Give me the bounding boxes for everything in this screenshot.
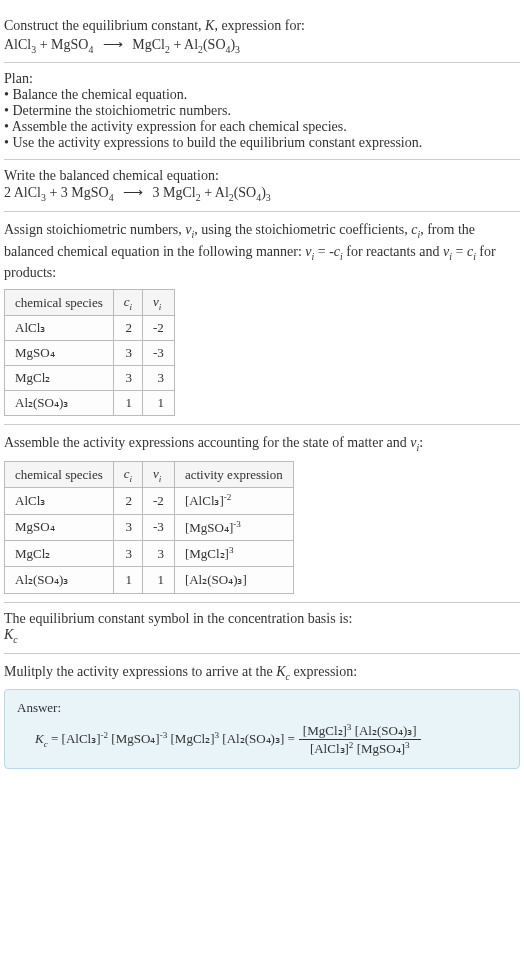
bal-p2-sub3: 3 [266,192,271,203]
balanced-title: Write the balanced chemical equation: [4,168,520,184]
table-header-row: chemical species ci νi [5,289,175,316]
plus-4: + [201,185,215,200]
prompt-text-1b: , expression for: [214,18,305,33]
K-symbol: K [205,18,214,33]
symbol-text: The equilibrium constant symbol in the c… [4,611,520,627]
plan-item: Balance the chemical equation. [4,87,520,103]
cell-species: MgCl₂ [5,541,114,567]
cell-species: AlCl₃ [5,316,114,341]
multiply-t2: expression: [290,664,357,679]
reactant-2: MgSO [51,37,88,52]
act-exp: -3 [233,519,241,529]
assign-eq1: = - [314,244,334,259]
answer-label: Answer: [17,700,507,716]
balanced-equation: 2 AlCl3 + 3 MgSO4 ⟶ 3 MgCl2 + Al2(SO4)3 [4,184,520,203]
table-row: Al₂(SO₄)₃ 1 1 [Al₂(SO₄)₃] [5,567,294,593]
cell-ci: 3 [113,514,142,540]
cell-nui: -2 [143,316,175,341]
cell-nui: 3 [143,541,175,567]
kc-expression: Kc = [AlCl₃]-2 [MgSO₄]-3 [MgCl₂]3 [Al₂(S… [17,722,507,758]
kc-symbol: Kc [4,627,520,645]
K-symbol: K [276,664,285,679]
cell-species: Al₂(SO₄)₃ [5,567,114,593]
i-sub: i [159,301,162,311]
cell-activity: [AlCl₃]-2 [174,488,293,514]
assemble-t1: Assemble the activity expressions accoun… [4,435,410,450]
plan-item: Assemble the activity expression for eac… [4,119,520,135]
answer-box: Answer: Kc = [AlCl₃]-2 [MgSO₄]-3 [MgCl₂]… [4,689,520,769]
cell-ci: 2 [113,488,142,514]
term4: [Al₂(SO₄)₃] = [219,732,295,747]
bal-p2b: (SO [234,185,257,200]
cell-ci: 1 [113,391,142,416]
act-base: [Al₂(SO₄)₃] [185,573,247,588]
fraction-denominator: [AlCl₃]2 [MgSO₄]3 [299,740,421,757]
plan-title: Plan: [4,71,520,87]
bal-r2: 3 MgSO [61,185,109,200]
term1: [AlCl₃] [62,732,101,747]
frac-bot2: [MgSO₄] [353,742,405,757]
reactant-1: AlCl [4,37,31,52]
bal-p2a: Al [215,185,229,200]
col-species: chemical species [5,461,114,488]
col-ci: ci [113,289,142,316]
unbalanced-equation: AlCl3 + MgSO4 ⟶ MgCl2 + Al2(SO4)3 [4,36,520,55]
product-2b: (SO [203,37,226,52]
cell-nui: -2 [143,488,175,514]
frac-bot2-e: 3 [405,740,410,750]
eq-sign: = [48,732,62,747]
cell-nui: -3 [143,341,175,366]
prompt-section: Construct the equilibrium constant, K, e… [4,8,520,63]
term3: [MgCl₂] [167,732,214,747]
act-base: [AlCl₃] [185,494,224,509]
cell-ci: 3 [113,341,142,366]
term2: [MgSO₄] [108,732,160,747]
answer-section: Mulitply the activity expressions to arr… [4,654,520,777]
cell-species: AlCl₃ [5,488,114,514]
fraction: [MgCl₂]3 [Al₂(SO₄)₃] [AlCl₃]2 [MgSO₄]3 [299,722,421,758]
table-row: AlCl₃ 2 -2 [AlCl₃]-2 [5,488,294,514]
table-header-row: chemical species ci νi activity expressi… [5,461,294,488]
act-base: [MgCl₂] [185,546,229,561]
symbol-section: The equilibrium constant symbol in the c… [4,603,520,654]
col-activity: activity expression [174,461,293,488]
col-nui: νi [143,461,175,488]
assemble-text: Assemble the activity expressions accoun… [4,433,520,455]
table-row: AlCl₃ 2 -2 [5,316,175,341]
plus-1: + [36,37,51,52]
i-sub: i [130,473,133,483]
bal-r2-sub: 4 [109,192,114,203]
i-sub: i [130,301,133,311]
stoich-table: chemical species ci νi AlCl₃ 2 -2 MgSO₄ … [4,289,175,417]
frac-top1: [MgCl₂] [303,723,347,738]
product-2-sub3: 3 [235,43,240,54]
frac-bot1: [AlCl₃] [310,742,349,757]
cell-species: MgCl₂ [5,366,114,391]
reactant-2-sub: 4 [88,43,93,54]
table-row: MgCl₂ 3 3 [5,366,175,391]
table-row: MgSO₄ 3 -3 [5,341,175,366]
col-species: chemical species [5,289,114,316]
activity-table: chemical species ci νi activity expressi… [4,461,294,594]
kc-lhs: Kc = [AlCl₃]-2 [MgSO₄]-3 [MgCl₂]3 [Al₂(S… [35,730,295,749]
K-symbol: K [4,627,13,642]
assign-t2: , using the stoichiometric coefficients, [194,222,411,237]
balanced-section: Write the balanced chemical equation: 2 … [4,160,520,212]
assemble-section: Assemble the activity expressions accoun… [4,425,520,602]
cell-ci: 2 [113,316,142,341]
plan-item: Use the activity expressions to build th… [4,135,520,151]
assign-text: Assign stoichiometric numbers, νi, using… [4,220,520,283]
assign-section: Assign stoichiometric numbers, νi, using… [4,212,520,425]
cell-species: Al₂(SO₄)₃ [5,391,114,416]
col-ci: ci [113,461,142,488]
table-row: MgSO₄ 3 -3 [MgSO₄]-3 [5,514,294,540]
i-sub: i [159,473,162,483]
cell-ci: 3 [113,541,142,567]
cell-nui: 1 [143,567,175,593]
c-sub: c [13,634,17,645]
frac-top2: [Al₂(SO₄)₃] [351,723,416,738]
act-exp: 3 [229,545,234,555]
cell-ci: 3 [113,366,142,391]
product-1: MgCl [132,37,165,52]
fraction-numerator: [MgCl₂]3 [Al₂(SO₄)₃] [299,722,421,740]
